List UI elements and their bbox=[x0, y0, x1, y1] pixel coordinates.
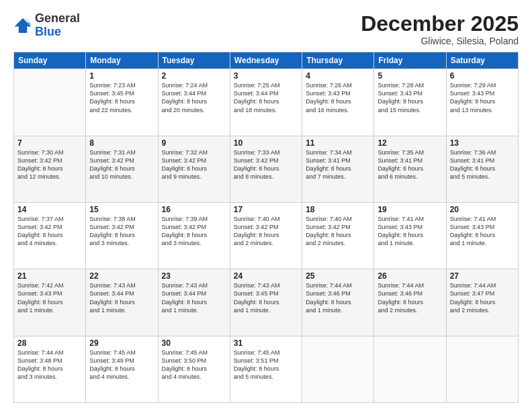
day-info: Sunrise: 7:40 AM Sunset: 3:42 PM Dayligh… bbox=[306, 215, 370, 248]
day-number: 2 bbox=[162, 71, 226, 81]
logo: General Blue bbox=[13, 12, 80, 39]
day-number: 23 bbox=[162, 271, 226, 281]
day-number: 6 bbox=[450, 71, 515, 81]
logo-icon bbox=[13, 16, 32, 35]
table-row: 25Sunrise: 7:44 AM Sunset: 3:46 PM Dayli… bbox=[302, 269, 374, 336]
table-row: 2Sunrise: 7:24 AM Sunset: 3:44 PM Daylig… bbox=[158, 69, 230, 136]
col-wednesday: Wednesday bbox=[230, 52, 302, 69]
table-row: 3Sunrise: 7:25 AM Sunset: 3:44 PM Daylig… bbox=[230, 69, 302, 136]
day-number: 15 bbox=[89, 205, 154, 214]
day-info: Sunrise: 7:45 AM Sunset: 3:50 PM Dayligh… bbox=[162, 349, 226, 381]
table-row bbox=[302, 336, 374, 402]
table-row: 12Sunrise: 7:35 AM Sunset: 3:41 PM Dayli… bbox=[374, 136, 446, 202]
day-number: 11 bbox=[306, 138, 370, 148]
table-row: 26Sunrise: 7:44 AM Sunset: 3:46 PM Dayli… bbox=[374, 269, 446, 336]
table-row: 8Sunrise: 7:31 AM Sunset: 3:42 PM Daylig… bbox=[86, 136, 158, 202]
day-info: Sunrise: 7:30 AM Sunset: 3:42 PM Dayligh… bbox=[17, 148, 82, 181]
day-number: 27 bbox=[450, 271, 515, 281]
day-info: Sunrise: 7:36 AM Sunset: 3:41 PM Dayligh… bbox=[450, 148, 515, 181]
day-info: Sunrise: 7:34 AM Sunset: 3:41 PM Dayligh… bbox=[306, 148, 370, 181]
table-row: 31Sunrise: 7:45 AM Sunset: 3:51 PM Dayli… bbox=[230, 336, 302, 402]
table-row: 9Sunrise: 7:32 AM Sunset: 3:42 PM Daylig… bbox=[158, 136, 230, 202]
day-info: Sunrise: 7:38 AM Sunset: 3:42 PM Dayligh… bbox=[89, 215, 154, 248]
location-subtitle: Gliwice, Silesia, Poland bbox=[361, 36, 519, 46]
col-friday: Friday bbox=[374, 52, 446, 69]
logo-blue-text: Blue bbox=[35, 25, 61, 38]
calendar-table: Sunday Monday Tuesday Wednesday Thursday… bbox=[13, 52, 519, 403]
table-row bbox=[14, 69, 86, 136]
table-row: 20Sunrise: 7:41 AM Sunset: 3:43 PM Dayli… bbox=[446, 202, 518, 269]
day-info: Sunrise: 7:24 AM Sunset: 3:44 PM Dayligh… bbox=[162, 81, 226, 114]
col-thursday: Thursday bbox=[302, 52, 374, 69]
day-info: Sunrise: 7:41 AM Sunset: 3:43 PM Dayligh… bbox=[378, 215, 442, 248]
day-number: 3 bbox=[234, 71, 298, 81]
table-row: 14Sunrise: 7:37 AM Sunset: 3:42 PM Dayli… bbox=[14, 202, 86, 269]
day-info: Sunrise: 7:28 AM Sunset: 3:43 PM Dayligh… bbox=[378, 81, 442, 114]
day-number: 14 bbox=[17, 205, 82, 214]
day-number: 18 bbox=[306, 205, 370, 214]
day-number: 16 bbox=[162, 205, 226, 214]
table-row: 15Sunrise: 7:38 AM Sunset: 3:42 PM Dayli… bbox=[86, 202, 158, 269]
day-info: Sunrise: 7:26 AM Sunset: 3:43 PM Dayligh… bbox=[306, 81, 370, 114]
table-row: 13Sunrise: 7:36 AM Sunset: 3:41 PM Dayli… bbox=[446, 136, 518, 202]
table-row: 6Sunrise: 7:29 AM Sunset: 3:43 PM Daylig… bbox=[446, 69, 518, 136]
day-info: Sunrise: 7:40 AM Sunset: 3:42 PM Dayligh… bbox=[234, 215, 298, 248]
day-number: 30 bbox=[162, 338, 226, 348]
svg-marker-0 bbox=[15, 18, 32, 33]
day-info: Sunrise: 7:43 AM Sunset: 3:45 PM Dayligh… bbox=[234, 281, 298, 314]
day-info: Sunrise: 7:31 AM Sunset: 3:42 PM Dayligh… bbox=[89, 148, 154, 181]
day-number: 19 bbox=[378, 205, 442, 214]
day-number: 24 bbox=[234, 271, 298, 281]
col-monday: Monday bbox=[86, 52, 158, 69]
table-row: 16Sunrise: 7:39 AM Sunset: 3:42 PM Dayli… bbox=[158, 202, 230, 269]
day-number: 10 bbox=[234, 138, 298, 148]
table-row: 29Sunrise: 7:45 AM Sunset: 3:49 PM Dayli… bbox=[86, 336, 158, 402]
day-info: Sunrise: 7:43 AM Sunset: 3:44 PM Dayligh… bbox=[89, 281, 154, 314]
day-info: Sunrise: 7:32 AM Sunset: 3:42 PM Dayligh… bbox=[162, 148, 226, 181]
day-info: Sunrise: 7:33 AM Sunset: 3:42 PM Dayligh… bbox=[234, 148, 298, 181]
table-row: 4Sunrise: 7:26 AM Sunset: 3:43 PM Daylig… bbox=[302, 69, 374, 136]
day-number: 7 bbox=[17, 138, 82, 148]
table-row: 18Sunrise: 7:40 AM Sunset: 3:42 PM Dayli… bbox=[302, 202, 374, 269]
day-info: Sunrise: 7:41 AM Sunset: 3:43 PM Dayligh… bbox=[450, 215, 515, 248]
day-number: 25 bbox=[306, 271, 370, 281]
day-number: 28 bbox=[17, 338, 82, 348]
day-info: Sunrise: 7:43 AM Sunset: 3:44 PM Dayligh… bbox=[162, 281, 226, 314]
table-row: 1Sunrise: 7:23 AM Sunset: 3:45 PM Daylig… bbox=[86, 69, 158, 136]
day-number: 5 bbox=[378, 71, 442, 81]
header: General Blue December 2025 Gliwice, Sile… bbox=[13, 12, 519, 46]
day-number: 20 bbox=[450, 205, 515, 214]
table-row: 11Sunrise: 7:34 AM Sunset: 3:41 PM Dayli… bbox=[302, 136, 374, 202]
day-number: 13 bbox=[450, 138, 515, 148]
col-saturday: Saturday bbox=[446, 52, 518, 69]
day-info: Sunrise: 7:25 AM Sunset: 3:44 PM Dayligh… bbox=[234, 81, 298, 114]
day-info: Sunrise: 7:44 AM Sunset: 3:46 PM Dayligh… bbox=[378, 281, 442, 314]
day-number: 26 bbox=[378, 271, 442, 281]
table-row: 28Sunrise: 7:44 AM Sunset: 3:48 PM Dayli… bbox=[14, 336, 86, 402]
day-info: Sunrise: 7:45 AM Sunset: 3:51 PM Dayligh… bbox=[234, 349, 298, 381]
day-number: 22 bbox=[89, 271, 154, 281]
day-info: Sunrise: 7:29 AM Sunset: 3:43 PM Dayligh… bbox=[450, 81, 515, 114]
day-info: Sunrise: 7:39 AM Sunset: 3:42 PM Dayligh… bbox=[162, 215, 226, 248]
table-row: 23Sunrise: 7:43 AM Sunset: 3:44 PM Dayli… bbox=[158, 269, 230, 336]
page: General Blue December 2025 Gliwice, Sile… bbox=[0, 0, 532, 411]
day-number: 29 bbox=[89, 338, 154, 348]
day-number: 17 bbox=[234, 205, 298, 214]
day-info: Sunrise: 7:42 AM Sunset: 3:43 PM Dayligh… bbox=[17, 281, 82, 314]
day-info: Sunrise: 7:45 AM Sunset: 3:49 PM Dayligh… bbox=[89, 349, 154, 381]
table-row: 7Sunrise: 7:30 AM Sunset: 3:42 PM Daylig… bbox=[14, 136, 86, 202]
day-info: Sunrise: 7:35 AM Sunset: 3:41 PM Dayligh… bbox=[378, 148, 442, 181]
day-number: 31 bbox=[234, 338, 298, 348]
day-number: 12 bbox=[378, 138, 442, 148]
day-number: 9 bbox=[162, 138, 226, 148]
day-info: Sunrise: 7:37 AM Sunset: 3:42 PM Dayligh… bbox=[17, 215, 82, 248]
table-row: 5Sunrise: 7:28 AM Sunset: 3:43 PM Daylig… bbox=[374, 69, 446, 136]
table-row: 19Sunrise: 7:41 AM Sunset: 3:43 PM Dayli… bbox=[374, 202, 446, 269]
table-row: 30Sunrise: 7:45 AM Sunset: 3:50 PM Dayli… bbox=[158, 336, 230, 402]
day-info: Sunrise: 7:44 AM Sunset: 3:48 PM Dayligh… bbox=[17, 349, 82, 381]
day-number: 1 bbox=[89, 71, 154, 81]
col-tuesday: Tuesday bbox=[158, 52, 230, 69]
day-number: 8 bbox=[89, 138, 154, 148]
table-row bbox=[446, 336, 518, 402]
table-row bbox=[374, 336, 446, 402]
